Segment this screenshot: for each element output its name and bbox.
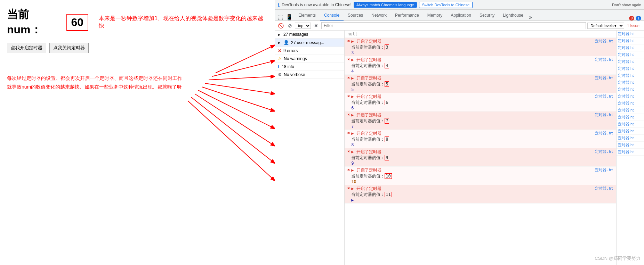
user-icon: 👤 [283,40,289,45]
log-content: ▶ 开启了定时器 当前定时器的值：11 ▶ [351,186,595,202]
sidebar-info-label: 18 info [282,64,294,69]
log-content: ▶ 开启了定时器 当前定时器的值：8 8 [351,131,595,147]
clear-icon[interactable]: 🚫 [276,22,285,29]
level-select[interactable]: Default levels ▾ [587,23,624,29]
log-source[interactable]: 定时器.ht [595,149,613,154]
tab-application[interactable]: Application [446,11,475,20]
num-display: 当前num： 60 本来是一秒钟数字增加1、现在给人的视觉体验是数字变化的越来越… [7,7,268,38]
error-icon: ✖ [347,186,350,191]
device-icon[interactable]: 📱 [284,14,294,20]
log-title: ▶ 开启了定时器 [351,75,595,81]
error-icon: ✖ [278,48,281,53]
tab-console[interactable]: Console [320,11,344,20]
tab-performance[interactable]: Performance [391,11,423,20]
tab-sources[interactable]: Sources [344,11,367,20]
console-body: ▶ 27 messages ▶ 👤 27 user messag... ✖ 9 … [275,31,644,265]
log-source[interactable]: 定时器.ht [595,39,613,44]
log-num: 9 [351,161,595,166]
info-badge: 1 [636,16,641,20]
source-row[interactable]: 定时器.ht [617,135,644,142]
source-row[interactable]: 定时器.ht [617,93,644,100]
source-row[interactable]: 定时器.ht [617,114,644,121]
inspect-icon[interactable]: ⬚ [276,14,284,20]
source-row[interactable]: 定时器.ht [617,38,644,44]
source-row[interactable]: 定时器.ht [617,44,644,51]
open-timer-button[interactable]: 点我开启定时器 [7,43,46,53]
tab-security[interactable]: Security [475,11,499,20]
num-label: 当前num： [7,7,64,38]
filter-input[interactable] [321,22,586,29]
error-icon: ✖ [347,131,350,135]
dont-show-again[interactable]: Don't show again [612,3,641,7]
log-source[interactable]: 定时器.ht [595,94,613,99]
source-row[interactable]: 定时器.ht [617,149,644,156]
log-title: ▶ 开启了定时器 [351,186,595,192]
tab-elements[interactable]: Elements [294,11,320,20]
highlight-value: 5 [385,81,389,87]
sidebar-item-errors[interactable]: ✖ 9 errors [275,47,344,55]
eye-icon[interactable]: 👁 [312,22,320,29]
log-row: ✖ ▶ 开启了定时器 当前定时器的值：11 ▶ 定时器.ht [345,185,616,204]
log-source[interactable]: 定时器.ht [595,112,613,117]
sidebar-item-verbose[interactable]: ⚙ No verbose [275,71,344,79]
tab-network[interactable]: Network [367,11,391,20]
switch-devtools-button[interactable]: Switch DevTools to Chinese [419,2,473,8]
close-timer-button[interactable]: 点我关闭定时器 [49,43,89,53]
error-icon: ✖ [347,75,350,80]
dt-badges: 9 1 [629,16,643,20]
source-row[interactable]: 定时器.ht [617,65,644,72]
source-row[interactable]: 定时器.ht [617,79,644,86]
tab-lighthouse[interactable]: Lighthouse [499,11,528,20]
log-row: ✖ ▶ 开启了定时器 当前定时器的值：7 7 定时器.ht [345,111,616,130]
devtools-panel: ℹ DevTools is now available in Chinese! … [275,0,644,265]
source-row[interactable]: 定时器.ht [617,100,644,107]
highlight-value: 10 [385,173,392,179]
log-source[interactable]: 定时器.ht [595,57,613,62]
always-match-button[interactable]: Always match Chrome's language [354,2,417,8]
more-tabs-icon[interactable]: » [528,14,533,20]
num-value-box: 60 [66,14,89,31]
log-sub: 当前定时器的值：5 [351,81,595,87]
sidebar-item-all-messages[interactable]: ▶ 27 messages [275,31,344,39]
log-sub: 当前定时器的值：7 [351,118,595,124]
console-sidebar: ▶ 27 messages ▶ 👤 27 user messag... ✖ 9 … [275,31,345,265]
context-select[interactable]: top [295,23,311,29]
source-row[interactable]: 定时器.ht [617,58,644,65]
log-source[interactable]: 定时器.ht [595,167,613,173]
sidebar-item-info[interactable]: ℹ 18 info [275,63,344,71]
tab-memory[interactable]: Memory [423,11,446,20]
console-toolbar: 🚫 ⊘ top 👁 Default levels ▾ 1 Issue... [275,21,644,31]
verbose-icon: ⚙ [278,72,282,77]
sidebar-item-user-messages[interactable]: ▶ 👤 27 user messag... [275,39,344,47]
log-num: 7 [351,124,595,129]
log-source[interactable]: 定时器.ht [595,75,613,81]
log-content: ▶ 开启了定时器 当前定时器的值：3 3 [351,39,595,55]
devtools-banner: ℹ DevTools is now available in Chinese! … [275,0,644,10]
log-source[interactable]: 定时器.ht [595,131,613,136]
log-content: ▶ 开启了定时器 当前定时器的值：9 9 [351,149,595,166]
log-row: ✖ ▶ 开启了定时器 当前定时器的值：9 9 定时器.ht [345,148,616,167]
log-title: ▶ 开启了定时器 [351,131,595,136]
source-row[interactable]: 定时器.ht [617,51,644,58]
warn-icon: ⚠ [278,56,282,61]
sidebar-item-warnings[interactable]: ⚠ No warnings [275,55,344,63]
log-sub: 当前定时器的值：3 [351,44,595,50]
log-content: ▶ 开启了定时器 当前定时器的值：6 6 [351,94,595,110]
source-row[interactable]: 定时器.ht [617,107,644,114]
log-num: 4 [351,69,595,74]
source-row[interactable]: 定时器.ht [617,31,644,38]
source-row[interactable]: 定时器.ht [617,128,644,135]
log-num: 6 [351,106,595,110]
source-row[interactable]: 定时器.ht [617,86,644,93]
console-log[interactable]: null ✖ ▶ 开启了定时器 当前定时器的值：3 3 定时器.ht ✖ ▶ 开… [345,31,616,265]
log-source[interactable]: 定时器.ht [595,186,613,191]
source-row[interactable]: 定时器.ht [617,142,644,149]
filter-icon[interactable]: ⊘ [287,22,293,29]
devtools-tabs: ⬚ 📱 Elements Console Sources Network Per… [275,10,644,21]
log-num: 8 [351,142,595,147]
log-title: ▶ 开启了定时器 [351,39,595,44]
source-row[interactable]: 定时器.ht [617,72,644,79]
log-sub: 当前定时器的值：4 [351,63,595,69]
source-row[interactable]: 定时器.ht [617,121,644,128]
error-icon: ✖ [347,94,350,99]
